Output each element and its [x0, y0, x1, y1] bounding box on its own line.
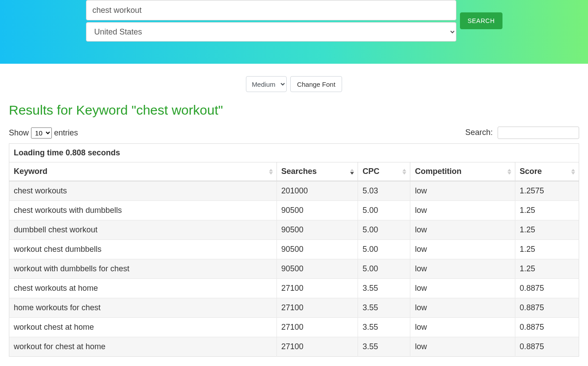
cell-searches: 27100 — [276, 318, 358, 337]
search-filter-label: Search: — [465, 128, 493, 137]
search-button[interactable]: SEARCH — [460, 12, 502, 29]
cell-cpc: 3.55 — [358, 318, 410, 337]
cell-cpc: 5.00 — [358, 201, 410, 220]
column-header-keyword[interactable]: Keyword — [9, 162, 277, 181]
svg-marker-7 — [507, 172, 511, 174]
cell-cpc: 5.03 — [358, 181, 410, 201]
cell-competition: low — [410, 298, 515, 318]
svg-marker-4 — [402, 169, 406, 171]
cell-cpc: 5.00 — [358, 240, 410, 259]
search-filter-input[interactable] — [498, 127, 579, 139]
cell-score: 0.8875 — [515, 279, 579, 298]
results-table: Loading time 0.808 seconds Keyword Searc… — [9, 143, 579, 357]
search-hero: United States SEARCH — [0, 0, 588, 64]
cell-searches: 27100 — [276, 337, 358, 357]
svg-marker-9 — [571, 172, 575, 174]
cell-cpc: 3.55 — [358, 337, 410, 357]
cell-score: 1.25 — [515, 240, 579, 259]
cell-keyword: chest workouts — [9, 181, 277, 201]
cell-keyword: chest workouts with dumbbells — [9, 201, 277, 220]
entries-label: entries — [54, 128, 78, 137]
show-label: Show — [9, 128, 29, 137]
svg-marker-5 — [402, 172, 406, 174]
cell-competition: low — [410, 318, 515, 337]
column-header-competition[interactable]: Competition — [410, 162, 515, 181]
table-row: chest workouts at home271003.55low0.8875 — [9, 279, 579, 298]
column-header-score[interactable]: Score — [515, 162, 579, 181]
svg-marker-2 — [350, 169, 354, 171]
column-header-label: Searches — [281, 167, 317, 176]
sort-icon — [571, 169, 575, 174]
results-title: Results for Keyword "chest workout" — [9, 103, 579, 118]
column-header-label: CPC — [362, 167, 379, 176]
cell-searches: 90500 — [276, 259, 358, 279]
cell-competition: low — [410, 240, 515, 259]
sort-icon — [402, 169, 406, 174]
column-header-label: Score — [520, 167, 542, 176]
table-row: dumbbell chest workout905005.00low1.25 — [9, 220, 579, 240]
cell-competition: low — [410, 181, 515, 201]
cell-competition: low — [410, 259, 515, 279]
cell-keyword: workout for chest at home — [9, 337, 277, 357]
search-filter: Search: — [465, 127, 579, 139]
cell-competition: low — [410, 279, 515, 298]
cell-keyword: chest workouts at home — [9, 279, 277, 298]
cell-cpc: 5.00 — [358, 259, 410, 279]
cell-cpc: 5.00 — [358, 220, 410, 240]
cell-score: 0.8875 — [515, 298, 579, 318]
cell-score: 1.25 — [515, 201, 579, 220]
entries-control: Show 10 entries — [9, 127, 78, 139]
cell-keyword: home workouts for chest — [9, 298, 277, 318]
cell-searches: 201000 — [276, 181, 358, 201]
cell-keyword: workout with dumbbells for chest — [9, 259, 277, 279]
cell-keyword: dumbbell chest workout — [9, 220, 277, 240]
page-size-select[interactable]: 10 — [31, 127, 52, 139]
cell-score: 1.25 — [515, 220, 579, 240]
svg-marker-0 — [269, 169, 273, 171]
table-row: workout chest at home271003.55low0.8875 — [9, 318, 579, 337]
column-header-label: Competition — [415, 167, 461, 176]
svg-marker-6 — [507, 169, 511, 171]
cell-score: 1.25 — [515, 259, 579, 279]
table-row: chest workouts2010005.03low1.2575 — [9, 181, 579, 201]
table-row: home workouts for chest271003.55low0.887… — [9, 298, 579, 318]
svg-marker-1 — [269, 172, 273, 174]
table-row: workout for chest at home271003.55low0.8… — [9, 337, 579, 357]
loading-time: Loading time 0.808 seconds — [9, 144, 579, 162]
cell-keyword: workout chest at home — [9, 318, 277, 337]
cell-cpc: 3.55 — [358, 279, 410, 298]
cell-competition: low — [410, 201, 515, 220]
cell-searches: 90500 — [276, 240, 358, 259]
cell-cpc: 3.55 — [358, 298, 410, 318]
column-header-cpc[interactable]: CPC — [358, 162, 410, 181]
country-select[interactable]: United States — [86, 22, 457, 42]
cell-searches: 27100 — [276, 298, 358, 318]
table-row: chest workouts with dumbbells905005.00lo… — [9, 201, 579, 220]
sort-icon — [507, 169, 511, 174]
svg-marker-8 — [571, 169, 575, 171]
column-header-searches[interactable]: Searches — [276, 162, 358, 181]
sort-icon — [269, 169, 273, 174]
cell-competition: low — [410, 220, 515, 240]
cell-searches: 90500 — [276, 201, 358, 220]
sort-icon — [350, 169, 354, 174]
keyword-input[interactable] — [86, 0, 457, 20]
cell-keyword: workout chest dumbbells — [9, 240, 277, 259]
cell-score: 1.2575 — [515, 181, 579, 201]
cell-competition: low — [410, 337, 515, 357]
cell-searches: 27100 — [276, 279, 358, 298]
font-size-select[interactable]: Medium — [246, 76, 287, 92]
change-font-button[interactable]: Change Font — [290, 76, 342, 92]
font-tools: Medium Change Font — [0, 76, 588, 92]
cell-score: 0.8875 — [515, 337, 579, 357]
svg-marker-3 — [350, 172, 354, 174]
column-header-label: Keyword — [14, 167, 47, 176]
table-row: workout chest dumbbells905005.00low1.25 — [9, 240, 579, 259]
cell-score: 0.8875 — [515, 318, 579, 337]
cell-searches: 90500 — [276, 220, 358, 240]
table-row: workout with dumbbells for chest905005.0… — [9, 259, 579, 279]
